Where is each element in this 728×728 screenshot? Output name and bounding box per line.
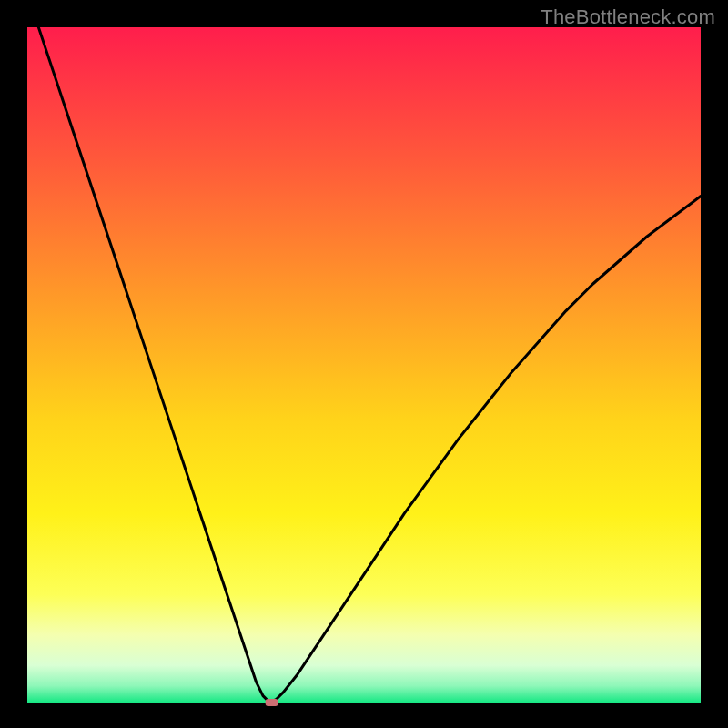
selected-marker [266, 699, 278, 706]
bottleneck-chart [0, 0, 728, 728]
plot-area [27, 27, 701, 703]
watermark-text: TheBottleneck.com [541, 5, 715, 29]
chart-frame: TheBottleneck.com [0, 0, 728, 728]
